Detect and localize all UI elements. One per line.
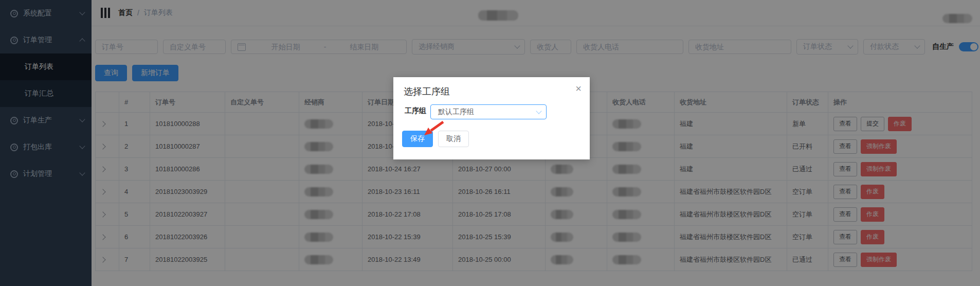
cancel-button[interactable]: 取消 bbox=[438, 131, 469, 147]
process-group-dialog: 选择工序组 × 工序组 默认工序组 保存 取消 bbox=[393, 77, 590, 159]
chevron-down-icon bbox=[536, 108, 541, 114]
save-button[interactable]: 保存 bbox=[402, 131, 433, 147]
process-group-label: 工序组 bbox=[405, 106, 426, 116]
process-group-select-value: 默认工序组 bbox=[438, 108, 537, 117]
process-group-select[interactable]: 默认工序组 bbox=[430, 104, 547, 119]
app-root: 系统配置 订单管理 订单列表 订单汇总 订单生产 打包出库 bbox=[0, 0, 980, 286]
dialog-title: 选择工序组 bbox=[404, 85, 450, 98]
close-icon[interactable]: × bbox=[575, 83, 582, 94]
